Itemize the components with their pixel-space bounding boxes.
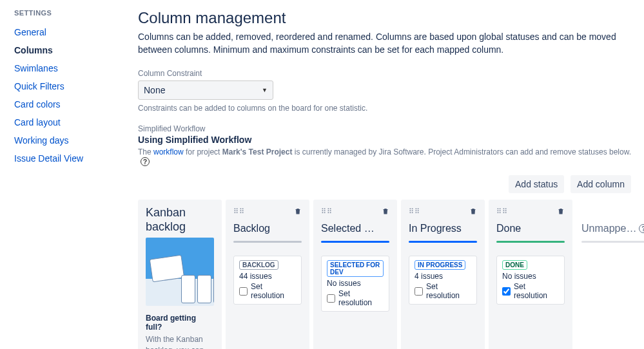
board-column: ⠿⠿DoneDONENo issuesSet resolution bbox=[489, 200, 572, 349]
status-card[interactable]: DONENo issuesSet resolution bbox=[496, 256, 565, 305]
kanban-backlog-promo: Kanban backlog Board getting full? With … bbox=[138, 200, 222, 349]
sidebar-item-general[interactable]: General bbox=[14, 23, 129, 41]
set-resolution-checkbox[interactable] bbox=[415, 287, 423, 296]
column-constraint-label: Column Constraint bbox=[138, 69, 631, 78]
status-card[interactable]: IN PROGRESS4 issuesSet resolution bbox=[409, 256, 477, 305]
sidebar-item-card-colors[interactable]: Card colors bbox=[14, 95, 129, 113]
set-resolution-checkbox[interactable] bbox=[239, 287, 248, 296]
status-lozenge: IN PROGRESS bbox=[415, 260, 465, 270]
set-resolution-row[interactable]: Set resolution bbox=[415, 282, 471, 300]
page-title: Column management bbox=[138, 9, 631, 27]
page-description: Columns can be added, removed, reordered… bbox=[138, 31, 631, 56]
trash-icon[interactable] bbox=[469, 207, 477, 216]
sidebar-item-columns[interactable]: Columns bbox=[14, 41, 129, 59]
promo-heading: Board getting full? bbox=[138, 306, 222, 334]
set-resolution-label: Set resolution bbox=[251, 282, 296, 300]
sidebar-item-swimlanes[interactable]: Swimlanes bbox=[14, 59, 129, 77]
column-constraint-value: None bbox=[144, 85, 165, 95]
set-resolution-checkbox[interactable] bbox=[502, 287, 511, 296]
status-lozenge: BACKLOG bbox=[239, 260, 278, 270]
sidebar-item-working-days[interactable]: Working days bbox=[14, 131, 129, 149]
trash-icon[interactable] bbox=[294, 207, 302, 216]
column-title[interactable]: Backlog bbox=[233, 223, 302, 234]
issues-count: 44 issues bbox=[239, 272, 296, 281]
board-column: ⠿⠿BacklogBACKLOG44 issuesSet resolution bbox=[226, 200, 309, 349]
promo-illustration bbox=[146, 238, 214, 306]
issues-count: 4 issues bbox=[415, 272, 471, 281]
sidebar-item-card-layout[interactable]: Card layout bbox=[14, 113, 129, 131]
set-resolution-checkbox[interactable] bbox=[327, 294, 335, 303]
status-lozenge: SELECTED FOR DEV bbox=[327, 260, 384, 277]
set-resolution-row[interactable]: Set resolution bbox=[327, 289, 384, 307]
simplified-workflow-label: Simplified Workflow bbox=[138, 124, 631, 133]
unmapped-column: Unmappe… ? bbox=[576, 200, 644, 349]
workflow-description: The workflow for project Mark's Test Pro… bbox=[138, 147, 631, 166]
trash-icon[interactable] bbox=[557, 207, 565, 216]
chevron-down-icon: ▼ bbox=[262, 87, 268, 93]
settings-sidebar: SETTINGS GeneralColumnsSwimlanesQuick Fi… bbox=[0, 0, 129, 349]
set-resolution-row[interactable]: Set resolution bbox=[239, 282, 296, 300]
drag-handle-icon[interactable]: ⠿⠿ bbox=[321, 210, 333, 213]
issues-count: No issues bbox=[327, 279, 384, 288]
drag-handle-icon[interactable]: ⠿⠿ bbox=[409, 210, 420, 213]
issues-count: No issues bbox=[502, 272, 559, 281]
sidebar-item-quick-filters[interactable]: Quick Filters bbox=[14, 77, 129, 95]
column-title[interactable]: Done bbox=[496, 223, 565, 234]
column-constraint-select[interactable]: None ▼ bbox=[138, 80, 273, 100]
workflow-title: Using Simplified Workflow bbox=[138, 135, 631, 145]
column-title[interactable]: Selected … bbox=[321, 223, 389, 234]
sidebar-heading: SETTINGS bbox=[14, 9, 129, 17]
add-status-button[interactable]: Add status bbox=[509, 175, 564, 193]
board-column: ⠿⠿In ProgressIN PROGRESS4 issuesSet reso… bbox=[401, 200, 485, 349]
help-icon[interactable]: ? bbox=[141, 157, 150, 166]
promo-text: With the Kanban backlog, you can plan yo… bbox=[138, 334, 222, 349]
status-card[interactable]: SELECTED FOR DEVNo issuesSet resolution bbox=[321, 256, 389, 312]
add-column-button[interactable]: Add column bbox=[571, 175, 631, 193]
status-lozenge: DONE bbox=[502, 260, 527, 270]
column-constraint-hint: Constraints can be added to columns on t… bbox=[138, 104, 631, 113]
column-title[interactable]: In Progress bbox=[409, 223, 477, 234]
main-content: Column management Columns can be added, … bbox=[129, 0, 644, 349]
set-resolution-row[interactable]: Set resolution bbox=[502, 282, 559, 300]
workflow-link[interactable]: workflow bbox=[153, 147, 184, 156]
board-column: ⠿⠿Selected …SELECTED FOR DEVNo issuesSet… bbox=[313, 200, 397, 349]
trash-icon[interactable] bbox=[382, 207, 389, 216]
set-resolution-label: Set resolution bbox=[426, 282, 471, 300]
status-card[interactable]: BACKLOG44 issuesSet resolution bbox=[233, 256, 302, 305]
drag-handle-icon[interactable]: ⠿⠿ bbox=[233, 210, 245, 213]
drag-handle-icon[interactable]: ⠿⠿ bbox=[496, 210, 508, 213]
help-icon[interactable]: ? bbox=[639, 224, 644, 233]
columns-board: Kanban backlog Board getting full? With … bbox=[138, 200, 631, 349]
promo-title: Kanban backlog bbox=[138, 206, 222, 238]
set-resolution-label: Set resolution bbox=[338, 289, 384, 307]
unmapped-title: Unmappe… bbox=[581, 223, 636, 234]
set-resolution-label: Set resolution bbox=[514, 282, 559, 300]
sidebar-item-issue-detail-view[interactable]: Issue Detail View bbox=[14, 149, 129, 167]
